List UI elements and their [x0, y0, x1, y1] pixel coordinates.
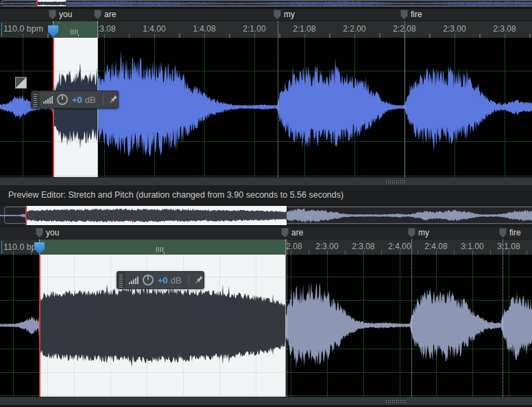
overview-strip-original[interactable] [0, 0, 532, 7]
marker-tab-icon[interactable] [274, 10, 281, 19]
marker-bar-preview: youaremyfire [0, 227, 532, 239]
ruler-tick-label: 2:2.00 [338, 24, 371, 34]
marker-label: fire [509, 228, 521, 238]
separator [189, 275, 189, 286]
gain-overlay-toolbar[interactable]: +0 dB [31, 91, 119, 108]
marker-tab-icon[interactable] [49, 10, 56, 19]
marker-my[interactable]: my [408, 228, 429, 238]
overview-waveform [0, 0, 532, 7]
overview-selection[interactable] [25, 206, 287, 225]
volume-bars-icon [43, 95, 53, 104]
marker-are[interactable]: are [281, 228, 303, 238]
marker-tab-icon[interactable] [94, 10, 101, 19]
gain-value[interactable]: +0 [158, 275, 168, 286]
waveform-canvas-original[interactable]: +0 dB [0, 38, 532, 177]
bpm-label: 110.0 bpm [3, 24, 43, 34]
marker-you[interactable]: you [36, 228, 59, 238]
stretch-marker-icon[interactable] [156, 247, 163, 252]
ruler-tick-label: 2:3.00 [438, 24, 471, 34]
ruler-tick-label: 2:4.00 [383, 242, 416, 251]
marker-tab-icon[interactable] [400, 10, 408, 19]
ruler-tick-label: 1:4.00 [138, 24, 171, 34]
ruler-tick-label: 3:2.00 [529, 242, 532, 251]
horizontal-scrollbar-original[interactable] [0, 177, 532, 186]
ruler-tick-label: 3:1.08 [492, 242, 525, 251]
gain-overlay-toolbar[interactable]: +0 dB [117, 271, 204, 289]
ruler-tick-label: 2:1.00 [238, 24, 271, 34]
ruler-tick-label: 3:1.00 [456, 242, 489, 251]
stretch-marker-icon[interactable] [71, 30, 77, 34]
horizontal-scrollbar-preview[interactable] [0, 397, 532, 406]
status-text: Preview Editor: Stretch and Pitch (durat… [8, 190, 343, 200]
marker-label: fire [411, 10, 422, 20]
ruler-tick-label: 2:3.00 [311, 242, 343, 251]
marker-fire[interactable]: fire [499, 228, 521, 238]
drag-grip-icon[interactable] [32, 91, 40, 108]
drag-grip-icon[interactable] [117, 272, 125, 288]
ruler-tick-label: 2:3.08 [347, 242, 380, 251]
ruler-tick-label: 2:3.08 [488, 24, 521, 34]
audio-editor-window: youaremyfire 110.0 bpm 1:3.081:4.001:4.0… [0, 0, 532, 407]
gain-value[interactable]: +0 [72, 95, 82, 105]
marker-label: my [284, 10, 295, 20]
separator [103, 94, 104, 105]
marker-my[interactable]: my [274, 10, 295, 20]
marker-label: are [291, 228, 303, 238]
envelope-fade-icon[interactable] [15, 77, 27, 89]
pin-icon[interactable] [108, 95, 118, 104]
marker-label: you [59, 10, 72, 20]
preview-status-bar: Preview Editor: Stretch and Pitch (durat… [0, 186, 532, 203]
scrollbar-grip[interactable] [386, 399, 405, 404]
overview-strip-preview[interactable] [0, 206, 532, 225]
gain-unit: dB [171, 275, 182, 286]
time-ruler-preview[interactable]: 110.0 bpm 1:3.081:4.001:4.082:1.002:1.08… [0, 239, 532, 255]
ruler-tick-label: 2:4.08 [420, 242, 452, 251]
marker-fire[interactable]: fire [400, 10, 422, 20]
ruler-tick-label: 1:4.08 [188, 24, 221, 34]
marker-tab-icon[interactable] [408, 228, 415, 237]
marker-bar-original: youaremyfire [0, 9, 532, 21]
pin-icon[interactable] [194, 275, 204, 285]
overview-selection[interactable] [36, 0, 66, 6]
gain-knob-icon[interactable] [57, 94, 68, 105]
gain-knob-icon[interactable] [143, 275, 154, 286]
marker-you[interactable]: you [49, 10, 72, 20]
marker-label: my [418, 228, 429, 238]
overview-strip-preview-wrap [0, 203, 532, 227]
time-ruler-original[interactable]: 110.0 bpm 1:3.081:4.001:4.082:1.002:1.08… [0, 21, 532, 38]
marker-are[interactable]: are [94, 10, 116, 20]
overview-selection-waveform [25, 206, 287, 225]
overview-selection-waveform [36, 0, 66, 6]
marker-tab-icon[interactable] [281, 228, 289, 237]
marker-label: you [46, 228, 59, 238]
volume-bars-icon [129, 276, 138, 284]
waveform-canvas-preview[interactable]: +0 dB [0, 255, 532, 397]
marker-tab-icon[interactable] [36, 228, 43, 237]
marker-label: are [104, 10, 116, 20]
ruler-tick-label: 2:2.08 [388, 24, 421, 34]
scrollbar-grip[interactable] [386, 180, 405, 184]
ruler-tick-label: 2:1.08 [288, 24, 321, 34]
marker-tab-icon[interactable] [499, 228, 507, 237]
gain-unit: dB [85, 95, 96, 105]
